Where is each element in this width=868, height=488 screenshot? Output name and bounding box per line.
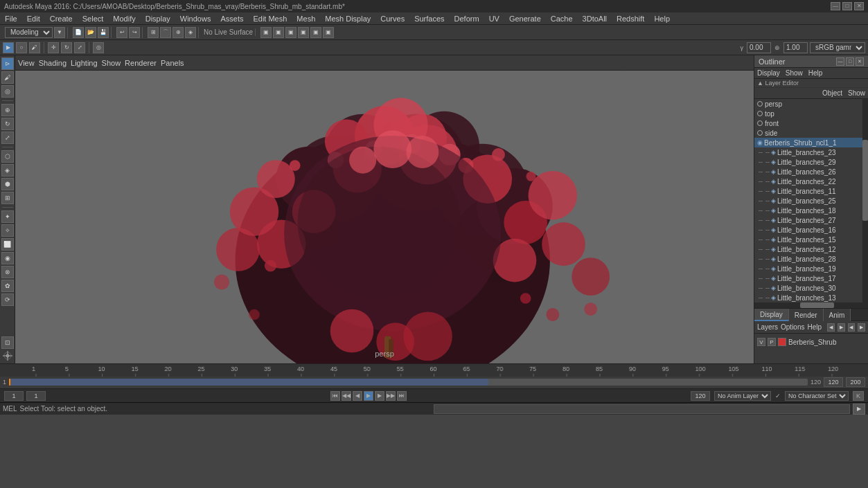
layer-visible-btn[interactable]: V [757,338,765,346]
left-tool12[interactable]: ⊗ [1,266,14,278]
outliner-item[interactable]: ◈Little_branches_29 [754,157,862,167]
outliner-item[interactable]: ◈Little_branches_25 [754,196,862,206]
rotate-tool[interactable]: ↻ [61,42,72,53]
outliner-item[interactable]: ◈Little_branches_27 [754,215,862,225]
menu-uv[interactable]: UV [487,15,502,23]
outliner-item[interactable]: ◈Little_branches_30 [754,283,862,293]
minimize-button[interactable]: — [831,2,840,10]
outliner-item[interactable]: ◈Little_branches_28 [754,254,862,264]
color-space-dropdown[interactable]: sRGB gamma [810,42,865,53]
help-menu[interactable]: Help [807,323,822,331]
soft-mod[interactable]: ◎ [93,42,104,53]
workspace-button[interactable]: ▼ [54,27,65,38]
menu-edit-mesh[interactable]: Edit Mesh [251,15,289,23]
left-tool6[interactable]: ⬢ [1,178,14,190]
select-mode-button[interactable]: ⊳ [1,57,14,70]
outliner-close[interactable]: ✕ [856,57,864,66]
snap-surface[interactable]: ◈ [185,27,196,38]
workspace-dropdown[interactable]: Modeling [5,27,53,38]
vp-view-menu[interactable]: View [18,59,35,67]
exposure-input[interactable]: 1.00 [783,42,808,53]
menu-file[interactable]: File [3,15,19,23]
layer-nav-btn1[interactable]: ◀ [827,323,835,332]
outliner-item[interactable]: ◈Little_branches_22 [754,177,862,186]
menu-mesh[interactable]: Mesh [294,15,317,23]
mel-submit-btn[interactable]: ▶ [853,404,865,415]
menu-select[interactable]: Select [80,15,106,23]
outliner-item[interactable]: ◈Little_branches_13 [754,293,862,302]
prev-frame-btn[interactable]: ◀ [353,391,362,401]
layer-nav-btn2[interactable]: ▶ [838,323,845,332]
outliner-item[interactable]: side [754,128,862,138]
outliner-list[interactable]: persptopfrontside◉Berberis_Shrub_ncl1_1◈… [754,99,862,302]
left-tool3[interactable]: ⤢ [1,132,14,144]
close-button[interactable]: ✕ [854,2,864,10]
left-tool11[interactable]: ◉ [1,252,14,264]
outliner-menu-help[interactable]: Help [808,69,823,77]
outliner-item[interactable]: front [754,118,862,128]
tool5[interactable]: ▣ [310,27,321,38]
left-tool7[interactable]: ⊞ [1,192,14,204]
menu-redshift[interactable]: Redshift [614,15,646,23]
left-tool14[interactable]: ⟳ [1,293,14,306]
menu-surfaces[interactable]: Surfaces [412,15,446,23]
outliner-menu-display[interactable]: Display [757,69,780,77]
layer-nav-btn3[interactable]: ◀ [848,323,856,332]
object-label[interactable]: Object [822,89,842,97]
outliner-item[interactable]: ◈Little_branches_11 [754,186,862,196]
left-tool9[interactable]: ✧ [1,224,14,237]
go-to-end-btn[interactable]: ⏭ [397,391,407,401]
range-end-input[interactable] [846,377,865,387]
layer-nav-btn4[interactable]: ▶ [858,323,865,332]
sub-frame-input[interactable] [26,391,46,401]
outliner-item[interactable]: ◈Little_branches_26 [754,167,862,177]
tool2[interactable]: ▣ [273,27,284,38]
menu-mesh-display[interactable]: Mesh Display [323,15,373,23]
mel-input[interactable] [434,404,850,414]
layer-color-swatch[interactable] [778,338,786,346]
tool1[interactable]: ▣ [260,27,272,38]
end-frame-input[interactable] [824,377,843,387]
menu-edit[interactable]: Edit [25,15,42,23]
snap-curve[interactable]: ⌒ [160,27,171,38]
outliner-item[interactable]: ◉Berberis_Shrub_ncl1_1 [754,138,862,147]
vp-show-menu[interactable]: Show [102,59,121,67]
character-set-dropdown[interactable]: No Character Set [785,391,849,401]
timeline-bar[interactable] [9,379,808,386]
left-tool4[interactable]: ⬡ [1,150,14,163]
tab-display[interactable]: Display [754,309,789,321]
vp-renderer-menu[interactable]: Renderer [125,59,157,67]
menu-help[interactable]: Help [652,15,672,23]
vp-lighting-menu[interactable]: Lighting [71,59,98,67]
next-key-btn[interactable]: ▶▶ [386,391,396,401]
tool6[interactable]: ▣ [323,27,334,38]
menu-windows[interactable]: Windows [178,15,213,23]
menu-display[interactable]: Display [143,15,172,23]
tool4[interactable]: ▣ [298,27,309,38]
anim-layer-dropdown[interactable]: No Anim Layer [714,391,771,401]
open-button[interactable]: 📂 [85,27,96,38]
menu-create[interactable]: Create [48,15,75,23]
outliner-item[interactable]: ◈Little_branches_18 [754,206,862,215]
outliner-item[interactable]: ◈Little_branches_23 [754,147,862,157]
maximize-button[interactable]: □ [842,2,852,10]
outliner-h-scrollbar[interactable] [754,302,868,308]
move-tool[interactable]: ✛ [48,42,59,53]
outliner-item[interactable]: ◈Little_branches_12 [754,244,862,254]
left-bottom-tool[interactable]: ⊡ [1,336,14,349]
outliner-maximize[interactable]: □ [846,57,854,66]
autokey-btn[interactable]: K [853,391,864,401]
layer-p-btn[interactable]: P [768,338,776,346]
lasso-tool[interactable]: ○ [16,42,27,53]
sculpt-button[interactable]: ◎ [1,85,14,98]
menu-assets[interactable]: Assets [218,15,245,23]
redo-button[interactable]: ↪ [129,27,140,38]
menu-3dtoall[interactable]: 3DtoAll [581,15,609,23]
snap-grid[interactable]: ⊞ [148,27,159,38]
viewport[interactable]: persp [15,71,754,363]
outliner-item[interactable]: persp [754,99,862,109]
paint-select[interactable]: 🖌 [29,42,40,53]
outliner-menu-show[interactable]: Show [786,69,803,77]
paint-button[interactable]: 🖌 [1,71,14,84]
menu-deform[interactable]: Deform [452,15,481,23]
